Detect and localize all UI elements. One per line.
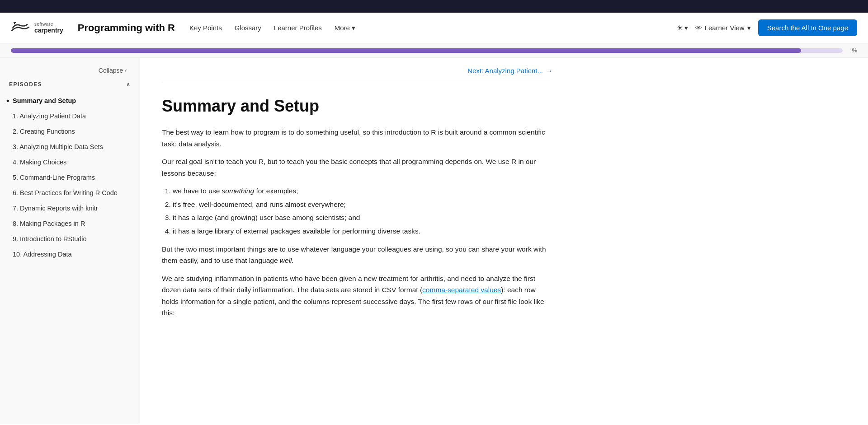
list-item-2: it's free, well-documented, and runs alm… xyxy=(173,199,552,210)
episode-item-4[interactable]: 4. Making Choices xyxy=(0,154,140,170)
content-paragraph-1: The best way to learn how to program is … xyxy=(162,126,552,149)
progress-percent: % xyxy=(846,47,857,54)
episode-item-1[interactable]: 1. Analyzing Patient Data xyxy=(0,108,140,124)
episode-item-7[interactable]: 7. Dynamic Reports with knitr xyxy=(0,201,140,216)
chevron-down-icon: ▾ xyxy=(747,24,751,32)
episode-item-summary-setup[interactable]: Summary and Setup xyxy=(0,93,140,108)
progress-bar-container: % xyxy=(0,43,868,58)
list-item-1: we have to use something for examples; xyxy=(173,185,552,197)
progress-bar-track xyxy=(11,48,843,53)
episode-item-9[interactable]: 9. Introduction to RStudio xyxy=(0,231,140,247)
episode-item-6[interactable]: 6. Best Practices for Writing R Code xyxy=(0,185,140,201)
episode-item-8[interactable]: 8. Making Packages in R xyxy=(0,216,140,231)
list-item-3: it has a large (and growing) user base a… xyxy=(173,212,552,224)
list-item-4: it has a large library of external packa… xyxy=(173,225,552,237)
header: software carpentry Programming with R Ke… xyxy=(0,13,868,43)
sun-icon: ☀ xyxy=(677,24,683,32)
episode-item-2[interactable]: 2. Creating Functions xyxy=(0,124,140,139)
main-content: Next: Analyzing Patient... → Summary and… xyxy=(140,58,574,424)
chevron-left-icon: ‹ xyxy=(125,67,127,74)
eye-icon: 👁 xyxy=(695,24,702,32)
list-item-1-suffix: for examples; xyxy=(254,187,298,195)
arrow-right-icon: → xyxy=(546,67,552,75)
list-item-1-prefix: we have to use xyxy=(173,187,222,195)
chevron-down-icon: ▾ xyxy=(684,24,688,32)
search-all-in-one-button[interactable]: Search the All In One page xyxy=(758,19,857,36)
content-list: we have to use something for examples; i… xyxy=(173,185,552,237)
top-bar xyxy=(0,0,868,13)
episode-item-5[interactable]: 5. Command-Line Programs xyxy=(0,170,140,185)
content-paragraph-4: We are studying inflammation in patients… xyxy=(162,273,552,319)
content-body: The best way to learn how to program is … xyxy=(162,126,552,319)
nav-learner-profiles[interactable]: Learner Profiles xyxy=(274,24,322,32)
episodes-collapse-icon[interactable]: ∧ xyxy=(126,81,131,88)
page-title: Programming with R xyxy=(78,22,175,34)
software-carpentry-logo xyxy=(11,21,30,35)
sidebar-header: Collapse ‹ xyxy=(0,65,140,81)
progress-bar-fill xyxy=(11,48,801,53)
content-nav: Next: Analyzing Patient... → xyxy=(162,67,552,82)
content-paragraph-3: But the two most important things are to… xyxy=(162,243,552,266)
episode-item-10[interactable]: 10. Addressing Data xyxy=(0,247,140,262)
theme-toggle[interactable]: ☀ ▾ xyxy=(677,24,688,32)
header-right: ☀ ▾ 👁 Learner View ▾ Search the All In O… xyxy=(677,19,857,36)
collapse-button[interactable]: Collapse ‹ xyxy=(95,65,131,76)
nav-key-points[interactable]: Key Points xyxy=(189,24,222,32)
nav-glossary[interactable]: Glossary xyxy=(235,24,261,32)
csv-link[interactable]: comma-separated values xyxy=(422,286,501,294)
well-italic: well. xyxy=(280,257,294,264)
episodes-heading: EPISODES ∧ xyxy=(0,81,140,93)
list-item-1-italic: something xyxy=(222,187,255,195)
logo-text: software carpentry xyxy=(34,22,63,34)
content-title: Summary and Setup xyxy=(162,97,552,116)
next-link[interactable]: Next: Analyzing Patient... → xyxy=(467,67,552,75)
collapse-label: Collapse xyxy=(99,67,123,74)
content-paragraph-2: Our real goal isn't to teach you R, but … xyxy=(162,156,552,179)
episode-item-3[interactable]: 3. Analyzing Multiple Data Sets xyxy=(0,139,140,154)
logo-area: software carpentry xyxy=(11,21,63,35)
header-left: software carpentry Programming with R Ke… xyxy=(11,21,355,35)
sidebar: Collapse ‹ EPISODES ∧ Summary and Setup … xyxy=(0,58,140,424)
episode-list: Summary and Setup 1. Analyzing Patient D… xyxy=(0,93,140,262)
nav-more[interactable]: More ▾ xyxy=(335,24,355,32)
main-layout: Collapse ‹ EPISODES ∧ Summary and Setup … xyxy=(0,58,868,424)
chevron-down-icon: ▾ xyxy=(352,24,355,32)
main-nav: Key Points Glossary Learner Profiles Mor… xyxy=(189,24,355,32)
learner-view-button[interactable]: 👁 Learner View ▾ xyxy=(695,24,751,32)
